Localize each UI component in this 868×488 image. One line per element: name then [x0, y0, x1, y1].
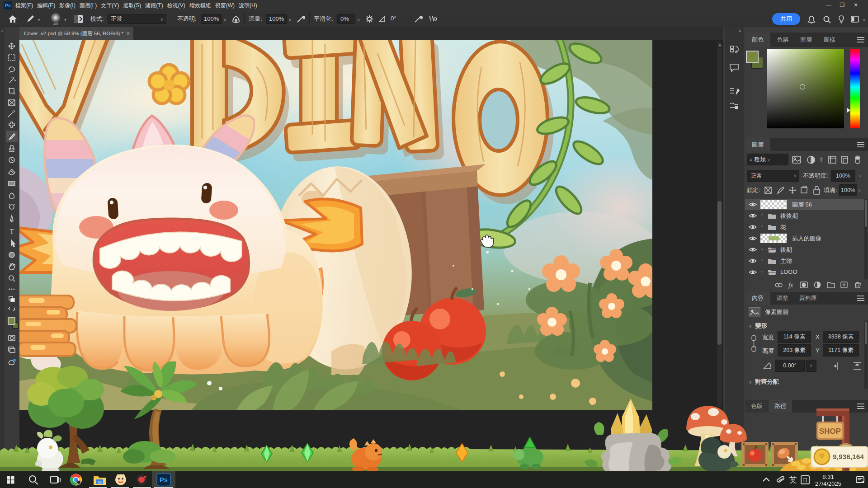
svg-text:40: 40 — [53, 22, 58, 26]
svg-text:Ps: Ps — [160, 476, 168, 483]
svg-text:T: T — [9, 228, 14, 235]
svg-text:27/4/2025: 27/4/2025 — [815, 480, 841, 487]
svg-text:⽥: ⽥ — [802, 477, 808, 483]
svg-text:9,936,164: 9,936,164 — [833, 453, 864, 460]
svg-text:英: 英 — [789, 476, 797, 484]
svg-text:SHOP: SHOP — [819, 427, 841, 436]
svg-text:fx: fx — [788, 282, 793, 289]
svg-text:T: T — [819, 156, 823, 164]
svg-text:8:31: 8:31 — [822, 474, 834, 480]
